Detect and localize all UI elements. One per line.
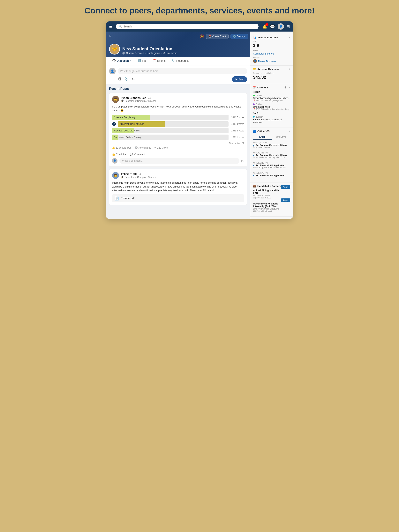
advisor-label: Advisor (253, 57, 290, 59)
location-pin-icon: 📍 (253, 108, 255, 110)
poll-stat: 33% 7 votes (231, 116, 244, 119)
create-event-button[interactable]: 📅 Create Event (206, 34, 229, 39)
tab-discussion[interactable]: 💬 Discussion (109, 57, 135, 65)
email-sender[interactable]: Re: Example University Library (253, 154, 290, 156)
notification-bell-wrapper[interactable]: 🔔 3 (262, 24, 267, 29)
apply-button[interactable]: Apply (281, 185, 290, 189)
group-tabs: 💬 Discussion ℹ️ Info 📅 Events 📎 Resource… (106, 57, 250, 65)
resume-attachment[interactable]: 📄 Resume.pdf (112, 194, 244, 202)
events-icon: 📅 (153, 59, 156, 62)
academic-profile-section: 📊 Academic Profile ∧ GPA 3.9 Major Compu… (250, 34, 293, 66)
messages-icon-wrapper[interactable]: 💬 (270, 24, 275, 29)
group-name: New Student Orientation (122, 46, 177, 51)
messages-icon: 💬 (270, 24, 275, 29)
comment-input[interactable]: Write a comment... (119, 158, 239, 164)
advisor-name[interactable]: Daniel Dushane (258, 60, 276, 63)
post-options-icon[interactable]: ··· (241, 96, 244, 100)
event-location: 📍 Edmund Clark 280, Dodge Hall (253, 100, 290, 102)
post-button[interactable]: ▶ Post (232, 76, 247, 82)
tab-onedrive[interactable]: OneDrive (272, 134, 290, 140)
post-card: 👦 Tyson Gibbons-Lee 4h 🎓 Bachelor of Com… (109, 93, 247, 167)
email-sender[interactable]: Re: Financial Aid Application (253, 174, 290, 177)
like-button[interactable]: 👍 You Like (112, 153, 126, 156)
email-date: Aug 26, 3:53 PM (253, 152, 290, 154)
email-item: Aug 25, 1:43 PM Re: Financial Aid Applic… (253, 172, 290, 178)
calendar-event: 12:00pm Future Business Leaders of Ameri… (253, 116, 290, 124)
office365-title: 🟦 Office 365 (253, 130, 270, 133)
post-input-placeholder[interactable]: Post thoughts or questions here (118, 68, 247, 74)
attachment-icon[interactable]: 📎 (124, 77, 129, 81)
comments-count[interactable]: 💬 3 comments (135, 146, 151, 149)
settings-button[interactable]: ⚙️ Settings (231, 34, 248, 39)
poll-stat: 43% 9 votes (231, 123, 244, 125)
app-container: ☰ 🔍 🔔 3 💬 👤 ⊞ ☆ (106, 21, 293, 219)
tab-events[interactable]: 📅 Events (150, 57, 169, 65)
search-input[interactable] (123, 25, 256, 28)
favorite-star-icon[interactable]: ☆ (108, 34, 111, 38)
email-date: Aug 27, 8:41 AM (253, 142, 290, 144)
group-members: 231 members (163, 52, 177, 55)
calendar-event: All day Special Assembly/Advisory Sched.… (253, 95, 290, 102)
post-engagement: 👍 12 people liked 💬 3 comments 👁 129 vie… (112, 145, 244, 149)
tab-resources[interactable]: 📎 Resources (169, 57, 193, 65)
tab-info[interactable]: ℹ️ Info (135, 57, 150, 65)
calendar-section: 📅 Calendar ⚙ ∧ Today All day Special Ass… (250, 84, 293, 128)
calendar-gear-icon[interactable]: ⚙ (284, 86, 287, 89)
poll-selected-check: ✓ (112, 122, 116, 126)
discussion-icon: 💬 (112, 59, 116, 62)
advisor-avatar: 👤 (253, 59, 257, 63)
group-info: 🤝 New Student Orientation i Student Serv… (109, 44, 177, 55)
image-upload-icon[interactable]: 🖼 (118, 77, 121, 81)
post-options-icon[interactable]: ··· (241, 172, 244, 176)
job-title: Government Relations Internship (Fall 20… (253, 202, 281, 208)
recent-posts-title: Recent Posts (109, 87, 247, 90)
eye-icon: 👁 (154, 146, 156, 149)
collapse-office365-icon[interactable]: ∧ (288, 130, 290, 133)
header-bell-icon[interactable]: 🔕 (200, 34, 204, 38)
job-expires: Expires: Sep 9, 2020 (253, 197, 281, 199)
post-input-row: 👤 Post thoughts or questions here (109, 68, 247, 74)
email-sender[interactable]: Re: Example University Library (253, 144, 290, 146)
balance-value: $45.32 (253, 75, 290, 80)
avatar[interactable]: 👤 (278, 23, 284, 30)
job-title: Animal Biologist - NIH - LAD (253, 189, 281, 195)
post-author-avatar: 👩 (112, 172, 119, 179)
grid-icon-wrapper[interactable]: ⊞ (287, 24, 290, 29)
comment-input-row: 👤 Write a comment... ▷ (112, 158, 244, 164)
office365-section: 🟦 Office 365 ∧ Email OneDrive Aug 27, 8:… (250, 128, 293, 183)
info-dot-icon: i (122, 52, 125, 55)
poll-total: Total votes: 21 (112, 142, 244, 145)
post-author-role: 🎓 Bachelor of Computer Science (121, 100, 156, 102)
event-name[interactable]: Orientation Week (253, 106, 290, 108)
collapse-calendar-icon[interactable]: ∧ (288, 86, 290, 89)
collapse-account-icon[interactable]: ∧ (288, 68, 290, 71)
event-time: 9:00am (253, 103, 290, 105)
careers-icon: 💼 (253, 185, 256, 188)
thumbs-up-icon: 👍 (112, 146, 115, 149)
event-name[interactable]: Special Assembly/Advisory Sched... (253, 97, 290, 100)
collapse-academic-icon[interactable]: ∧ (288, 36, 290, 39)
location-pin-icon: 📍 (253, 100, 255, 102)
comment-send-icon[interactable]: ▷ (241, 159, 244, 163)
academic-profile-icon: 📊 (253, 36, 256, 39)
poll-stat: 5% 1 votes (231, 136, 244, 139)
comment-button[interactable]: 💬 Comment (130, 153, 145, 156)
info-icon: ℹ️ (138, 59, 141, 62)
event-name[interactable]: Future Business Leaders of America... (253, 118, 290, 124)
hamburger-icon[interactable]: ☰ (109, 24, 113, 29)
office365-header: 🟦 Office 365 ∧ (253, 130, 290, 133)
major-value[interactable]: Computer Science (253, 52, 290, 55)
email-item: Aug 25, 2:15 PM Re: Financial Aid Applic… (253, 162, 290, 170)
notification-badge: 3 (265, 23, 269, 26)
apply-button[interactable]: Apply (281, 198, 290, 202)
tab-email[interactable]: Email (253, 134, 272, 140)
main-layout: ☆ 🔕 📅 Create Event ⚙️ Settings 🤝 Ne (106, 32, 293, 219)
email-sender[interactable]: Re: Financial Aid Application (253, 164, 290, 166)
account-balances-section: 💳 Account Balances ∧ Campus account bala… (250, 66, 293, 84)
unread-dot (253, 165, 254, 166)
post-author-avatar: 👦 (112, 96, 119, 103)
poll-stat: 19% 4 votes (231, 129, 244, 132)
career-item: Government Relations Internship (Fall 20… (253, 202, 290, 214)
views-count: 👁 129 views (154, 146, 167, 149)
tag-icon[interactable]: 🏷 (132, 77, 135, 81)
